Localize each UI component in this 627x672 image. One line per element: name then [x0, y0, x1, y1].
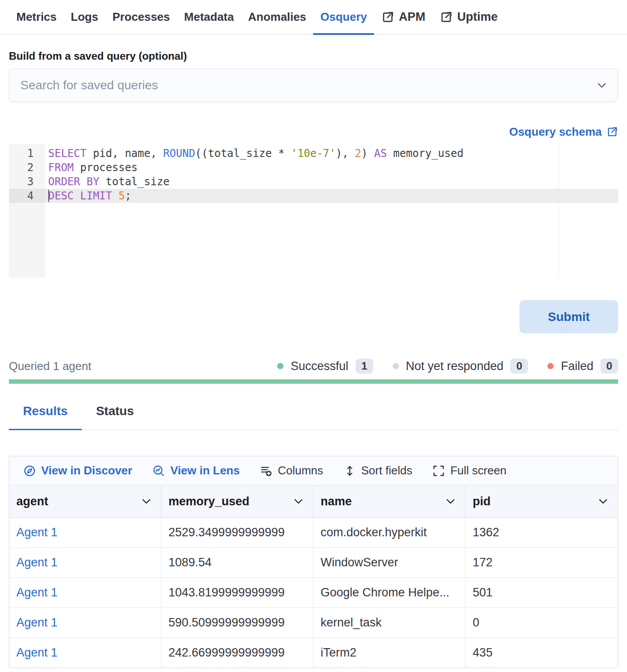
cell-name: WindowServer [314, 548, 466, 577]
agent-link[interactable]: Agent 1 [9, 638, 161, 668]
count-badge: 0 [600, 359, 618, 374]
chevron-down-icon[interactable] [596, 80, 608, 91]
chevron-down-icon [445, 496, 456, 507]
toolbar-button-label: Sort fields [361, 464, 413, 477]
agent-link[interactable]: Agent 1 [9, 578, 161, 607]
cell-memory_used: 2529.3499999999999 [161, 518, 314, 547]
tab-processes[interactable]: Processes [105, 0, 177, 34]
code-token: pid, name, [87, 147, 163, 160]
external-link-icon [606, 126, 618, 138]
sort-fields-button[interactable]: Sort fields [344, 464, 413, 477]
agent-link[interactable]: Agent 1 [9, 548, 161, 577]
column-header-agent[interactable]: agent [9, 485, 161, 517]
queried-agents-text: Queried 1 agent [9, 359, 91, 373]
cell-pid: 172 [466, 548, 618, 577]
sql-editor[interactable]: 1SELECT pid, name, ROUND((total_size * '… [9, 144, 618, 278]
chevron-down-icon [597, 496, 609, 507]
toolbar-button-label: View in Discover [41, 464, 132, 477]
submit-button[interactable]: Submit [520, 300, 618, 333]
results-tab-results[interactable]: Results [9, 404, 82, 430]
line-code: DESC LIMIT 5; [45, 189, 618, 203]
tab-metrics[interactable]: Metrics [9, 0, 64, 34]
code-token: SELECT [48, 147, 87, 160]
external-link-uptime[interactable]: Uptime [432, 0, 505, 34]
external-link-icon [381, 11, 394, 24]
table-row: Agent 11089.54WindowServer172 [9, 548, 618, 578]
code-token: ) [361, 147, 374, 160]
view-in-lens-button[interactable]: View in Lens [153, 464, 240, 477]
code-token: ORDER [48, 176, 80, 188]
nav-tabs: MetricsLogsProcessesMetadataAnomaliesOsq… [9, 0, 374, 34]
code-token: processes [74, 161, 138, 174]
cell-memory_used: 590.50999999999999 [161, 608, 314, 638]
editor-line: 2FROM processes [9, 160, 618, 175]
external-link-apm[interactable]: APM [374, 0, 432, 34]
query-progress-bar [9, 379, 618, 384]
columns-icon [260, 465, 272, 477]
saved-query-search-input[interactable] [9, 69, 618, 102]
cell-memory_used: 1089.54 [161, 548, 314, 577]
status-dot [547, 363, 554, 369]
osquery-schema-link[interactable]: Osquery schema [509, 125, 618, 139]
agent-link[interactable]: Agent 1 [9, 518, 161, 547]
column-header-label: pid [473, 495, 491, 508]
results-tab-status[interactable]: Status [82, 404, 148, 430]
code-token [112, 190, 119, 202]
top-nav: MetricsLogsProcessesMetadataAnomaliesOsq… [0, 0, 627, 34]
code-token: total_size [99, 176, 170, 188]
line-code: FROM processes [45, 160, 618, 175]
line-number: 3 [9, 175, 45, 189]
cell-name: com.docker.hyperkit [314, 518, 466, 547]
editor-lines: 1SELECT pid, name, ROUND((total_size * '… [9, 144, 618, 203]
line-code: ORDER BY total_size [45, 175, 618, 189]
chevron-down-icon [141, 496, 152, 507]
tab-anomalies[interactable]: Anomalies [241, 0, 314, 34]
code-token: 5 [119, 190, 125, 202]
legend-item-not-yet-responded: Not yet responded0 [393, 359, 528, 374]
table-row: Agent 11043.8199999999999Google Chrome H… [9, 578, 618, 608]
external-link-label: APM [399, 10, 425, 24]
schema-link-row: Osquery schema [9, 125, 618, 139]
results-status-tabs: ResultsStatus [9, 404, 618, 430]
status-dot [277, 363, 283, 369]
editor-line: 3ORDER BY total_size [9, 175, 618, 189]
columns-button[interactable]: Columns [260, 464, 323, 477]
code-token: '10e-7' [291, 147, 336, 160]
code-token: BY [87, 176, 99, 188]
osquery-schema-link-label: Osquery schema [509, 125, 602, 139]
data-grid-toolbar: View in DiscoverView in LensColumnsSort … [9, 456, 618, 485]
line-code: SELECT pid, name, ROUND((total_size * '1… [45, 146, 618, 160]
tab-logs[interactable]: Logs [64, 0, 105, 34]
code-token: ((total_size * [195, 147, 291, 160]
line-number: 2 [9, 160, 45, 175]
tab-osquery[interactable]: Osquery [313, 0, 374, 34]
legend-label: Successful [291, 359, 348, 373]
code-token: ), [336, 147, 355, 160]
status-dot [393, 363, 399, 369]
column-header-label: memory_used [168, 495, 249, 508]
column-header-name[interactable]: name [314, 485, 466, 517]
lens-icon [153, 465, 165, 477]
legend-label: Not yet responded [406, 359, 504, 373]
view-in-discover-button[interactable]: View in Discover [23, 464, 132, 477]
saved-query-label: Build from a saved query (optional) [9, 50, 618, 62]
cell-pid: 435 [466, 638, 618, 668]
full-screen-button[interactable]: Full screen [432, 464, 506, 477]
chevron-down-icon [293, 496, 304, 507]
cell-name: kernel_task [314, 608, 466, 638]
tab-metadata[interactable]: Metadata [177, 0, 241, 34]
column-header-label: name [321, 495, 352, 508]
toolbar-button-label: Full screen [450, 464, 506, 477]
code-token: LIMIT [80, 190, 112, 202]
column-header-memory_used[interactable]: memory_used [161, 485, 314, 517]
osquery-panel: Build from a saved query (optional) Osqu… [0, 50, 627, 668]
legend-label: Failed [561, 359, 593, 373]
agent-link[interactable]: Agent 1 [9, 608, 161, 638]
submit-row: Submit [9, 300, 618, 333]
column-header-pid[interactable]: pid [466, 485, 618, 517]
toolbar-button-label: View in Lens [170, 464, 240, 477]
query-status-row: Queried 1 agent Successful1Not yet respo… [9, 359, 618, 374]
code-token: ; [125, 190, 131, 202]
external-link-icon [440, 11, 453, 24]
data-grid-body: Agent 12529.3499999999999com.docker.hype… [9, 518, 618, 668]
